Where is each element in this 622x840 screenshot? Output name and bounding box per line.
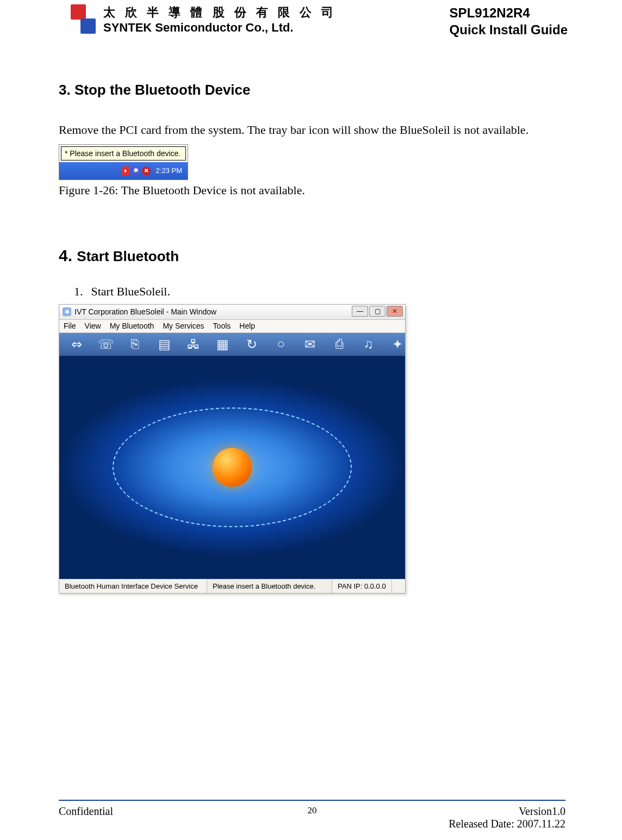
fax-service-icon[interactable]: ⎙ xyxy=(332,337,347,352)
opp-service-icon[interactable]: ↻ xyxy=(244,337,259,352)
footer-date: Released Date: 2007.11.22 xyxy=(449,818,565,830)
footer-version: Version1.0 xyxy=(449,805,565,818)
close-button[interactable]: ✕ xyxy=(387,306,403,317)
tray-device-icon: ♦ xyxy=(121,166,130,175)
sync-service-icon[interactable]: ▦ xyxy=(215,337,231,352)
footer-confidential: Confidential xyxy=(59,805,113,830)
window-title: IVT Corporation BlueSoleil - Main Window xyxy=(74,307,216,316)
company-block: 太 欣 半 導 體 股 份 有 限 公 司 SYNTEK Semiconduct… xyxy=(71,4,337,38)
title-bar: ✱ IVT Corporation BlueSoleil - Main Wind… xyxy=(59,305,405,320)
menu-view[interactable]: View xyxy=(85,322,101,330)
figure-1-26-caption: Figure 1-26: The Bluetooth Device is not… xyxy=(59,183,562,197)
maximize-button[interactable]: ▢ xyxy=(369,306,385,317)
service-toolbar: ⇔ ☏ ⎘ ▤ 🖧 ▦ ↻ ○ ✉ ⎙ ♫ ✦ xyxy=(59,333,405,356)
print-service-icon[interactable]: ✉ xyxy=(302,337,318,352)
bluetooth-icon: ✱ xyxy=(63,307,71,316)
minimize-button[interactable]: — xyxy=(352,306,368,317)
tooltip-text: * Please insert a Bluetooth device. xyxy=(61,146,186,160)
menu-my-bluetooth[interactable]: My Bluetooth xyxy=(110,322,154,330)
status-message: Please insert a Bluetooth device. xyxy=(207,579,332,593)
menu-bar: File View My Bluetooth My Services Tools… xyxy=(59,320,405,333)
section-3-body: Remove the PCI card from the system. The… xyxy=(59,119,562,141)
document-title: SPL912N2R4 Quick Install Guide xyxy=(450,4,568,38)
pan-service-icon[interactable]: ⇔ xyxy=(69,337,84,352)
company-name-chinese: 太 欣 半 導 體 股 份 有 限 公 司 xyxy=(103,4,337,21)
product-code: SPL912N2R4 xyxy=(450,4,568,21)
lan-service-icon[interactable]: ▤ xyxy=(157,337,172,352)
av-service-icon[interactable]: ✦ xyxy=(390,337,405,352)
headset-service-icon[interactable]: ♫ xyxy=(361,337,376,352)
tray-clock: 2:23 PM xyxy=(153,166,185,175)
menu-help[interactable]: Help xyxy=(239,322,255,330)
ftp-service-icon[interactable]: 🖧 xyxy=(186,337,201,352)
dun-service-icon[interactable]: ☏ xyxy=(98,337,114,352)
company-logo-icon xyxy=(71,4,98,37)
tray-bluetooth-icon: ✱ xyxy=(132,166,140,175)
page-header: 太 欣 半 導 體 股 份 有 限 公 司 SYNTEK Semiconduct… xyxy=(0,0,622,38)
footer-page-number: 20 xyxy=(308,805,317,816)
status-bar: Bluetooth Human Interface Device Service… xyxy=(59,579,405,593)
doc-type: Quick Install Guide xyxy=(450,21,568,38)
device-orbit-view[interactable] xyxy=(59,356,405,579)
tray-error-icon: ✖ xyxy=(142,166,151,175)
page-footer: Confidential 20 Version1.0 Released Date… xyxy=(59,805,565,830)
system-tray: ♦ ✱ ✖ 2:23 PM xyxy=(59,162,188,180)
hid-service-icon[interactable]: ○ xyxy=(273,337,289,352)
menu-tools[interactable]: Tools xyxy=(213,322,231,330)
figure-tray-tooltip: * Please insert a Bluetooth device. ♦ ✱ … xyxy=(59,144,188,180)
local-device-sun-icon[interactable] xyxy=(213,448,252,487)
bluesoleil-main-window: ✱ IVT Corporation BlueSoleil - Main Wind… xyxy=(59,304,406,594)
menu-my-services[interactable]: My Services xyxy=(163,322,204,330)
section-4-heading: 4. Start Bluetooth xyxy=(59,246,562,265)
status-service: Bluetooth Human Interface Device Service xyxy=(59,579,207,593)
step-1: 1. Start BlueSoleil. xyxy=(59,285,562,299)
section-3-heading: 3. Stop the Bluetooth Device xyxy=(59,82,562,98)
status-pan-ip: PAN IP: 0.0.0.0 xyxy=(332,579,392,593)
menu-file[interactable]: File xyxy=(64,322,76,330)
serial-service-icon[interactable]: ⎘ xyxy=(128,337,143,352)
company-name-english: SYNTEK Semiconductor Co., Ltd. xyxy=(103,21,337,35)
footer-separator xyxy=(59,800,565,801)
